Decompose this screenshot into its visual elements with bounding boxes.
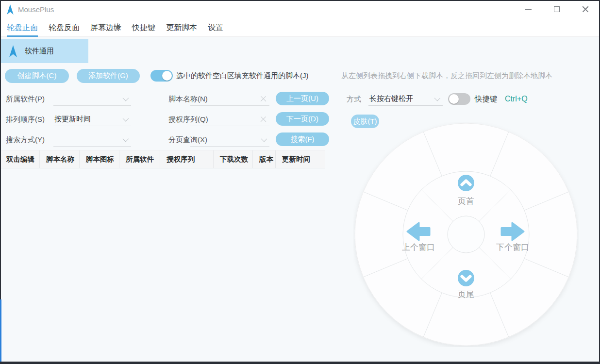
trigger-mode-select[interactable]: 长按右键松开 [368,92,443,106]
next-page-button[interactable]: 下一页(D) [276,112,329,126]
tab-wheel-back[interactable]: 轮盘反面 [49,18,80,37]
column-header-owner-software[interactable]: 所属软件 [119,150,160,168]
wheel-svg: 页首 上个窗口 下个窗口 [353,122,579,347]
title-bar: MousePlus [0,0,600,18]
main-tab-bar: 轮盘正面 轮盘反面 屏幕边缘 快捷键 更新脚本 设置 [0,18,600,37]
minimize-button[interactable] [518,1,538,17]
clear-icon[interactable] [260,116,267,122]
content-area: 软件通用 创建脚本(C) 添加软件(G) 选中的软件空白区填充软件通用的脚本(J… [1,37,599,362]
drag-drop-hint: 从左侧列表拖拽到右侧下载脚本，反之拖回到左侧为删除本地脚本 [341,69,552,82]
chevron-down-icon [123,116,129,122]
software-item-label: 软件通用 [25,47,54,56]
tab-settings[interactable]: 设置 [208,18,223,37]
create-script-button[interactable]: 创建脚本(C) [5,69,69,83]
software-item-logo-icon [9,45,17,57]
column-header-version[interactable]: 版本 [253,150,276,168]
column-header-update-time[interactable]: 更新时间 [276,150,325,168]
sort-order-select[interactable]: 按更新时间 [53,113,131,126]
auth-serial-input[interactable] [190,113,269,126]
window-border-top [0,0,600,1]
chevron-up-circle-icon [458,175,474,191]
chevron-down-icon [123,95,129,101]
wheel-label-right: 下个窗口 [496,243,529,252]
tab-screen-edge[interactable]: 屏幕边缘 [90,18,121,37]
add-software-button[interactable]: 添加软件(G) [77,69,140,83]
column-header-script-name[interactable]: 脚本名称 [40,150,80,168]
app-title: MousePlus [18,0,54,18]
close-icon [582,6,589,13]
toggle-knob [162,71,172,81]
paging-query-select[interactable] [190,133,269,147]
search-button[interactable]: 搜索(F) [276,132,329,146]
clear-icon[interactable] [260,96,267,102]
prev-page-button[interactable]: 上一页(U) [276,92,329,105]
column-header-dblclick-edit[interactable]: 双击编辑 [0,150,40,168]
tab-update-scripts[interactable]: 更新脚本 [166,18,197,37]
trigger-mode-value: 长按右键松开 [368,94,434,103]
software-item-selected[interactable]: 软件通用 [0,39,88,63]
chevron-down-icon [123,136,129,142]
maximize-button[interactable] [547,1,567,17]
chevron-down-circle-icon [458,270,474,286]
fill-common-scripts-toggle[interactable] [150,70,173,82]
wheel-label-top: 页首 [458,197,474,206]
chevron-down-icon [434,95,441,101]
mouseplus-window: MousePlus 轮盘正面 轮盘反面 屏幕边缘 快捷键 更新脚本 设置 软件通… [0,0,600,364]
sort-order-label: 排列顺序(S) [6,113,45,126]
column-header-auth-serial[interactable]: 授权序列 [160,150,214,168]
wheel-hub [448,216,484,253]
search-mode-select[interactable] [53,133,131,147]
app-logo-icon [6,4,14,15]
hotkey-toggle[interactable] [448,93,470,105]
column-header-download-count[interactable]: 下载次数 [214,150,253,168]
sort-order-value: 按更新时间 [53,115,123,124]
wheel-label-bottom: 页尾 [458,290,474,299]
tab-hotkeys[interactable]: 快捷键 [132,18,155,37]
hotkey-value[interactable]: Ctrl+Q [505,92,528,106]
minimize-icon [525,9,532,10]
trigger-mode-label: 方式 [347,92,361,106]
wheel-label-left: 上个窗口 [402,243,435,252]
hotkey-label: 快捷键 [475,92,498,106]
owner-software-label: 所属软件(P) [6,92,45,106]
fill-toggle-label: 选中的软件空白区填充软件通用的脚本(J) [176,69,309,82]
script-table-header: 双击编辑 脚本名称 脚本图标 所属软件 授权序列 下载次数 版本 更新时间 [0,150,325,168]
toggle-knob [449,94,459,104]
maximize-icon [554,6,560,12]
chevron-down-icon [261,136,267,142]
column-header-script-icon[interactable]: 脚本图标 [80,150,119,168]
tab-wheel-front[interactable]: 轮盘正面 [7,18,38,37]
window-border-bottom [0,362,600,364]
close-button[interactable] [576,1,595,17]
owner-software-select[interactable] [53,92,131,106]
script-name-input[interactable] [190,92,269,106]
background-window-sliver [0,299,1,362]
wheel-preview[interactable]: 页首 上个窗口 下个窗口 [353,122,579,347]
search-mode-label: 搜索方式(Y) [6,133,45,147]
